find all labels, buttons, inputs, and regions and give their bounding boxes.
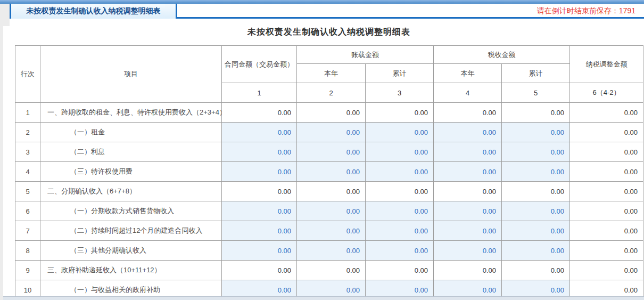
row-number-cell: 1 (15, 103, 40, 123)
header-col-num-6: 6（4-2） (570, 83, 643, 103)
editable-amount-cell[interactable]: 0.00 (366, 241, 434, 261)
editable-amount-cell[interactable]: 0.00 (222, 201, 297, 221)
editable-amount-cell[interactable]: 0.00 (502, 241, 570, 261)
amount-cell: 0.00 (570, 241, 643, 261)
editable-amount-cell[interactable]: 0.00 (222, 221, 297, 241)
editable-amount-cell[interactable]: 0.00 (434, 201, 502, 221)
header-row-no: 行次 (15, 46, 40, 103)
editable-amount-cell[interactable]: 0.00 (366, 221, 434, 241)
page-left-strip (0, 26, 3, 300)
header-book-amount: 账载金额 (297, 46, 434, 64)
header-col-num-3: 3 (366, 83, 434, 103)
item-cell: 三、政府补助递延收入（10+11+12） (40, 261, 222, 280)
tab-active-form[interactable]: 未按权责发生制确认收入纳税调整明细表 (10, 4, 177, 19)
save-countdown: 请在倒计时结束前保存：1791 (537, 4, 635, 19)
table-row: 7 （二）持续时间超过12个月的建造合同收入 0.00 0.00 0.00 0.… (15, 221, 643, 241)
header-tax-current-year: 本年 (434, 64, 502, 83)
header-contract-amount: 合同金额（交易金额） (222, 46, 297, 83)
row-number-cell: 5 (15, 182, 40, 201)
row-number-cell: 9 (15, 261, 40, 280)
save-countdown-value: 1791 (619, 6, 635, 15)
editable-amount-cell[interactable]: 0.00 (434, 221, 502, 241)
row-number-cell: 6 (15, 201, 40, 221)
editable-amount-cell[interactable]: 0.00 (297, 241, 366, 261)
tax-adjustment-table: 行次 项目 合同金额（交易金额） 账载金额 税收金额 纳税调整金额 本年 累计 … (15, 45, 643, 300)
row-number-cell: 7 (15, 221, 40, 241)
amount-cell: 0.00 (222, 261, 297, 280)
header-tax-cumulative: 累计 (502, 64, 570, 83)
amount-cell: 0.00 (366, 103, 434, 123)
item-cell: （一）租金 (40, 123, 222, 142)
editable-amount-cell[interactable]: 0.00 (502, 142, 570, 162)
row-number-cell: 2 (15, 123, 40, 142)
amount-cell: 0.00 (297, 103, 366, 123)
row-number-cell: 3 (15, 142, 40, 162)
amount-cell: 0.00 (297, 261, 366, 280)
header-col-num-5: 5 (502, 83, 570, 103)
amount-cell: 0.00 (434, 103, 502, 123)
editable-amount-cell[interactable]: 0.00 (222, 123, 297, 142)
amount-cell: 0.00 (502, 182, 570, 201)
amount-cell: 0.00 (570, 142, 643, 162)
editable-amount-cell[interactable]: 0.00 (502, 221, 570, 241)
header-item: 项目 (40, 46, 222, 103)
amount-cell: 0.00 (222, 182, 297, 201)
amount-cell: 0.00 (502, 261, 570, 280)
row-number-cell: 4 (15, 162, 40, 182)
editable-amount-cell[interactable]: 0.00 (297, 162, 366, 182)
editable-amount-cell[interactable]: 0.00 (434, 162, 502, 182)
save-countdown-label: 请在倒计时结束前保存： (537, 6, 619, 15)
amount-cell: 0.00 (366, 261, 434, 280)
tab-bar: 未按权责发生制确认收入纳税调整明细表 请在倒计时结束前保存：1791 (0, 4, 644, 19)
editable-amount-cell[interactable]: 0.00 (434, 142, 502, 162)
table-row: 5 二、分期确认收入（6+7+8） 0.00 0.00 0.00 0.00 0.… (15, 182, 643, 201)
amount-cell: 0.00 (222, 103, 297, 123)
table-row: 3 （二）利息 0.00 0.00 0.00 0.00 0.00 0.00 (15, 142, 643, 162)
amount-cell: 0.00 (570, 261, 643, 280)
editable-amount-cell[interactable]: 0.00 (222, 241, 297, 261)
table-row: 9 三、政府补助递延收入（10+11+12） 0.00 0.00 0.00 0.… (15, 261, 643, 280)
item-cell: 二、分期确认收入（6+7+8） (40, 182, 222, 201)
tab-bar-left-gutter (0, 4, 10, 26)
item-cell: （一）分期收款方式销售货物收入 (40, 201, 222, 221)
header-col-num-4: 4 (434, 83, 502, 103)
editable-amount-cell[interactable]: 0.00 (434, 241, 502, 261)
editable-amount-cell[interactable]: 0.00 (222, 162, 297, 182)
form-table-body: 1 一、跨期收取的租金、利息、特许权使用费收入（2+3+4） 0.00 0.00… (15, 103, 643, 300)
header-adjust-amount: 纳税调整金额 (570, 46, 643, 83)
amount-cell: 0.00 (570, 221, 643, 241)
amount-cell: 0.00 (570, 182, 643, 201)
amount-cell: 0.00 (570, 123, 643, 142)
amount-cell: 0.00 (434, 261, 502, 280)
header-tax-amount: 税收金额 (434, 46, 570, 64)
item-cell: 一、跨期收取的租金、利息、特许权使用费收入（2+3+4） (40, 103, 222, 123)
editable-amount-cell[interactable]: 0.00 (222, 142, 297, 162)
amount-cell: 0.00 (570, 103, 643, 123)
header-book-cumulative: 累计 (366, 64, 434, 83)
editable-amount-cell[interactable]: 0.00 (502, 162, 570, 182)
editable-amount-cell[interactable]: 0.00 (297, 142, 366, 162)
table-row: 1 一、跨期收取的租金、利息、特许权使用费收入（2+3+4） 0.00 0.00… (15, 103, 643, 123)
editable-amount-cell[interactable]: 0.00 (502, 123, 570, 142)
amount-cell: 0.00 (570, 162, 643, 182)
table-row: 2 （一）租金 0.00 0.00 0.00 0.00 0.00 0.00 (15, 123, 643, 142)
header-col-num-1: 1 (222, 83, 297, 103)
amount-cell: 0.00 (502, 103, 570, 123)
editable-amount-cell[interactable]: 0.00 (297, 221, 366, 241)
editable-amount-cell[interactable]: 0.00 (297, 201, 366, 221)
item-cell: （三）特许权使用费 (40, 162, 222, 182)
editable-amount-cell[interactable]: 0.00 (366, 123, 434, 142)
header-book-current-year: 本年 (297, 64, 366, 83)
editable-amount-cell[interactable]: 0.00 (502, 201, 570, 221)
editable-amount-cell[interactable]: 0.00 (366, 142, 434, 162)
table-row: 4 （三）特许权使用费 0.00 0.00 0.00 0.00 0.00 0.0… (15, 162, 643, 182)
editable-amount-cell[interactable]: 0.00 (366, 201, 434, 221)
amount-cell: 0.00 (434, 182, 502, 201)
editable-amount-cell[interactable]: 0.00 (297, 123, 366, 142)
editable-amount-cell[interactable]: 0.00 (366, 162, 434, 182)
header-col-num-2: 2 (297, 83, 366, 103)
table-row: 6 （一）分期收款方式销售货物收入 0.00 0.00 0.00 0.00 0.… (15, 201, 643, 221)
item-cell: （二）持续时间超过12个月的建造合同收入 (40, 221, 222, 241)
bottom-scroll-band[interactable] (3, 296, 644, 300)
editable-amount-cell[interactable]: 0.00 (434, 123, 502, 142)
